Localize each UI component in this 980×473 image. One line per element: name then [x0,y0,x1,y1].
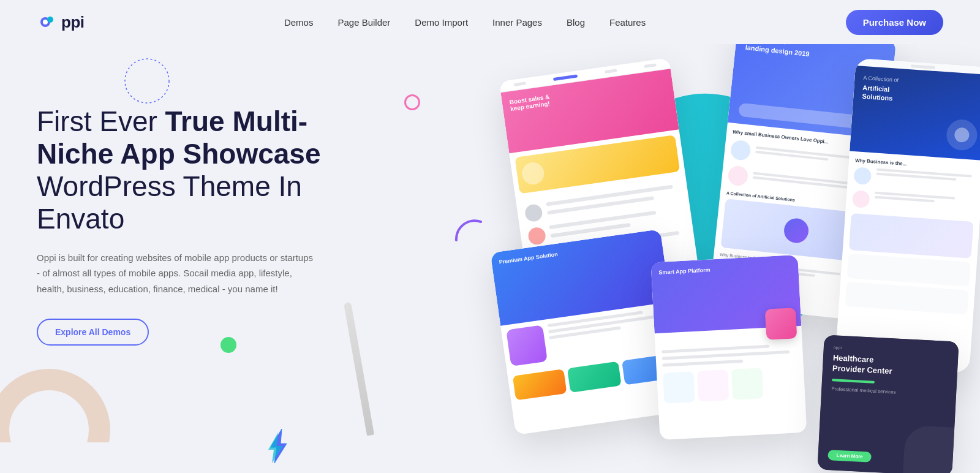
lightning-icon [263,428,294,467]
purchase-now-button[interactable]: Purchase Now [846,10,943,35]
hero-title: First Ever True Multi-Niche App Showcase… [37,105,321,235]
nav-features[interactable]: Features [609,17,646,28]
decorative-beige-arc [0,369,110,473]
main-nav: Demos Page Builder Demo Import Inner Pag… [284,17,646,28]
screenshot-card-6: oppi HealthcareProvider Center Professio… [817,335,959,473]
explore-all-demos-button[interactable]: Explore All Demos [37,319,149,346]
nav-demos[interactable]: Demos [284,17,314,28]
hero-description: Oppi is built for creating websites of m… [37,250,318,297]
nav-page-builder[interactable]: Page Builder [337,17,390,28]
logo-icon [37,11,59,33]
card4-header: Smart App Platform [651,255,802,333]
nav-inner-pages[interactable]: Inner Pages [492,17,542,28]
logo[interactable]: ppi [37,11,85,33]
decorative-pink-circle [404,94,420,110]
svg-point-2 [43,20,48,25]
nav-demo-import[interactable]: Demo Import [415,17,468,28]
header: ppi Demos Page Builder Demo Import Inner… [0,0,980,44]
card5-header: A Collection of ArtificialSolutions [850,66,980,161]
hero-content: First Ever True Multi-Niche App Showcase… [37,69,321,346]
pencil-decoration [344,302,374,436]
screenshot-card-4: Smart App Platform [651,255,807,440]
hero-screenshots: Boost sales &keep earning! [466,44,980,473]
hero-section: First Ever True Multi-Niche App Showcase… [0,44,980,473]
svg-point-3 [47,17,53,23]
screenshot-card-5: A Collection of ArtificialSolutions Why … [835,58,980,373]
nav-blog[interactable]: Blog [567,17,585,28]
logo-text: ppi [61,13,85,32]
card5-body: Why Business is the... [839,151,980,322]
